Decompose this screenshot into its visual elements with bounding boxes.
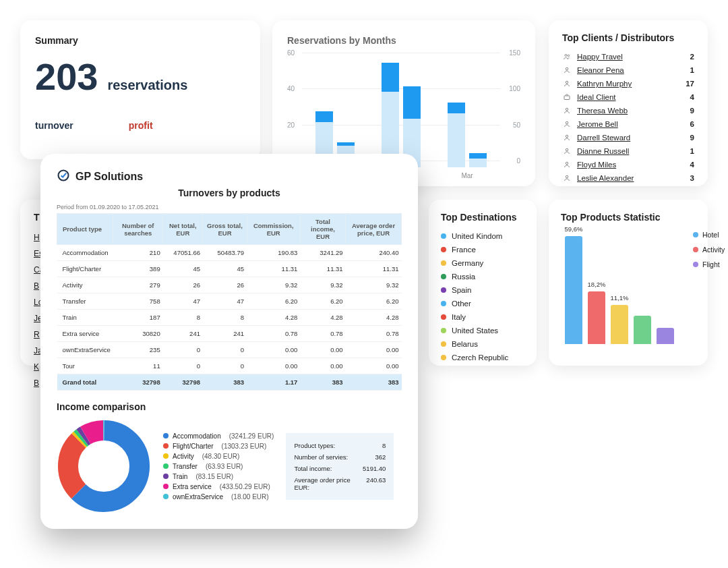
- table-header: Commission, EUR: [247, 214, 300, 245]
- legend-label: ownExtraService: [173, 493, 223, 501]
- destination-row[interactable]: United Kindom: [441, 229, 524, 243]
- user-icon: [562, 106, 572, 115]
- client-row[interactable]: Eleanor Pena 1: [562, 63, 694, 77]
- table-cell: 0.78: [247, 326, 300, 342]
- stats-row: Total income:5191.40: [294, 463, 386, 474]
- legend-value: (433.50.29 EUR): [220, 483, 270, 490]
- destination-name: Czerch Republic: [452, 353, 508, 362]
- table-cell: 9.32: [300, 277, 345, 293]
- legend-label: Flight: [702, 260, 720, 268]
- client-row[interactable]: Dianne Russell 1: [562, 144, 694, 158]
- table-cell: 8: [203, 310, 247, 326]
- client-row[interactable]: Darrell Steward 9: [562, 131, 694, 144]
- legend-dot-icon: [163, 494, 169, 499]
- summary-title: Summary: [35, 35, 245, 46]
- client-name[interactable]: Dianne Russell: [577, 147, 675, 155]
- client-row[interactable]: Kathryn Murphy 17: [562, 77, 694, 90]
- table-cell: 187: [113, 310, 163, 326]
- client-row[interactable]: Jerome Bell 6: [562, 117, 694, 131]
- destination-row[interactable]: United States: [441, 324, 524, 337]
- legend-dot-icon: [163, 453, 169, 459]
- product-bar-label: 11,1%: [611, 294, 629, 302]
- table-header: Product type: [57, 214, 113, 245]
- legend-dot-icon: [163, 474, 169, 479]
- client-name[interactable]: Ideal Client: [577, 93, 675, 101]
- client-name[interactable]: Leslie Alexander: [577, 174, 675, 182]
- legend-dot-icon: [441, 328, 446, 333]
- client-count: 1: [681, 147, 694, 155]
- bar-group: [382, 63, 421, 167]
- table-cell: 47051.66: [163, 245, 203, 261]
- client-name[interactable]: Happy Travel: [577, 53, 675, 61]
- table-cell: 235: [113, 342, 163, 358]
- legend-value: (48.30 EUR): [202, 453, 240, 460]
- svg-point-7: [566, 135, 568, 138]
- brand-check-icon: [57, 169, 70, 185]
- client-row[interactable]: Happy Travel 2: [562, 50, 694, 63]
- stats-value: 5191.40: [363, 465, 386, 472]
- client-row[interactable]: Leslie Alexander 3: [562, 171, 694, 185]
- table-cell: 0: [163, 342, 203, 358]
- client-row[interactable]: Floyd Miles 4: [562, 158, 694, 171]
- table-cell: 3241.29: [300, 245, 345, 261]
- turnovers-report-modal: GP Solutions Turnovers by products Perio…: [40, 154, 418, 529]
- turnovers-table: Product typeNumber of searchesNet total,…: [57, 213, 402, 391]
- income-legend: Accommodation (3241.29 EUR) Flight/Chart…: [163, 431, 274, 502]
- table-cell: 8: [163, 310, 203, 326]
- client-name[interactable]: Eleanor Pena: [577, 66, 675, 74]
- product-legend-item: Flight: [693, 259, 725, 270]
- destination-row[interactable]: Spain: [441, 283, 524, 297]
- client-count: 2: [681, 53, 694, 61]
- table-cell: Train: [57, 310, 113, 326]
- destination-name: Germany: [452, 259, 483, 267]
- svg-point-2: [566, 67, 568, 70]
- client-name[interactable]: Floyd Miles: [577, 161, 675, 169]
- destination-row[interactable]: Italy: [441, 310, 524, 324]
- destination-name: Other: [452, 300, 471, 308]
- chart-bar: [469, 153, 487, 167]
- top-products-chart: 59,6%18,2%11,1% HotelTransferActivityExt…: [561, 229, 696, 344]
- client-name[interactable]: Theresa Webb: [577, 107, 675, 115]
- destination-row[interactable]: Germany: [441, 256, 524, 270]
- destination-row[interactable]: Russia: [441, 270, 524, 283]
- table-cell: 47: [203, 293, 247, 310]
- client-row[interactable]: Ideal Client 4: [562, 90, 694, 104]
- client-name[interactable]: Darrell Steward: [577, 134, 675, 142]
- destination-row[interactable]: France: [441, 243, 524, 256]
- income-legend-item: Activity (48.30 EUR): [163, 451, 274, 461]
- legend-dot-icon: [163, 484, 169, 489]
- table-cell: Tour: [57, 358, 113, 374]
- product-legend-item: Activity: [693, 240, 725, 259]
- legend-dot-icon: [441, 314, 446, 320]
- table-body: Accommodation21047051.6650483.79190.8332…: [57, 245, 402, 391]
- y-tick-right: 100: [509, 85, 520, 92]
- destination-row[interactable]: Czerch Republic: [441, 351, 524, 364]
- table-cell: 0: [203, 342, 247, 358]
- client-name[interactable]: Jerome Bell: [577, 120, 675, 128]
- destination-name: Belarus: [452, 340, 478, 348]
- legend-value: (18.00 EUR): [231, 493, 269, 501]
- income-comparison-row: Accommodation (3241.29 EUR) Flight/Chart…: [57, 419, 402, 513]
- table-cell: Activity: [57, 277, 113, 293]
- user-icon: [562, 173, 572, 183]
- table-cell: 210: [113, 245, 163, 261]
- product-bar: [657, 328, 674, 344]
- stats-key: Total income:: [294, 465, 332, 472]
- table-cell: 47: [163, 293, 203, 310]
- brand-label: GP Solutions: [75, 171, 143, 183]
- top-destinations-title: Top Destinations: [441, 212, 524, 223]
- table-cell: 26: [203, 277, 247, 293]
- legend-dot-icon: [163, 443, 169, 449]
- top-products-legend: HotelTransferActivityExtra serviceFlight: [693, 229, 728, 344]
- destination-row[interactable]: Other: [441, 297, 524, 310]
- table-cell: 6.20: [346, 293, 402, 310]
- svg-rect-4: [564, 96, 570, 100]
- client-name[interactable]: Kathryn Murphy: [577, 80, 675, 88]
- client-row[interactable]: Theresa Webb 9: [562, 104, 694, 117]
- destination-row[interactable]: Belarus: [441, 337, 524, 351]
- table-cell: 758: [113, 293, 163, 310]
- table-cell: 0.00: [247, 342, 300, 358]
- table-cell: 11.31: [247, 261, 300, 277]
- table-row: Tour11000.000.000.00: [57, 358, 402, 374]
- table-cell: Grand total: [57, 374, 113, 391]
